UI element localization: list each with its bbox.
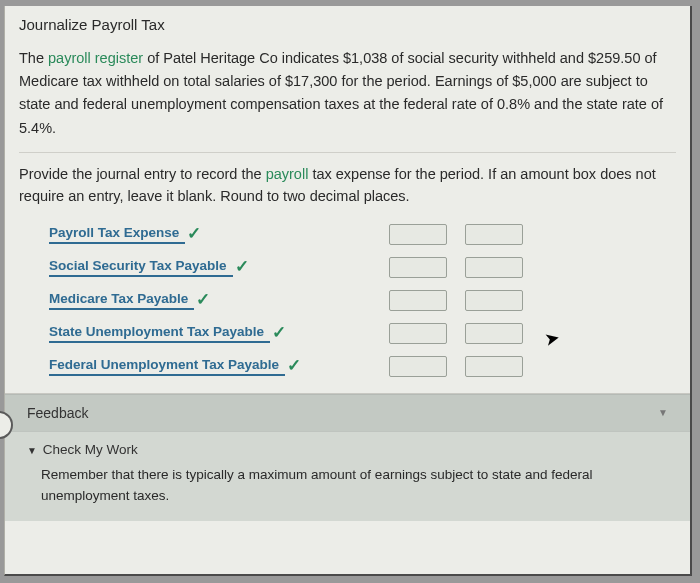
check-icon: ✓ bbox=[196, 291, 210, 308]
account-dropdown[interactable]: Federal Unemployment Tax Payable bbox=[49, 357, 285, 376]
feedback-bar[interactable]: Feedback ▼ bbox=[5, 394, 690, 431]
check-my-work-toggle[interactable]: ▼ Check My Work bbox=[27, 442, 668, 457]
worksheet-page: Journalize Payroll Tax The payroll regis… bbox=[4, 6, 692, 576]
check-icon: ✓ bbox=[235, 258, 249, 275]
credit-input[interactable] bbox=[465, 356, 523, 377]
check-icon: ✓ bbox=[272, 324, 286, 341]
page-title: Journalize Payroll Tax bbox=[19, 16, 676, 33]
journal-entries: Payroll Tax Expense ✓ Social Security Ta… bbox=[19, 218, 676, 383]
entry-row: Medicare Tax Payable ✓ bbox=[49, 284, 676, 317]
feedback-label: Feedback bbox=[27, 405, 88, 421]
payroll-register-link[interactable]: payroll register bbox=[48, 50, 143, 66]
entry-row: Payroll Tax Expense ✓ bbox=[49, 218, 676, 251]
account-dropdown[interactable]: Social Security Tax Payable bbox=[49, 258, 233, 277]
problem-text-a: The bbox=[19, 50, 48, 66]
instructions: Provide the journal entry to record the … bbox=[19, 152, 676, 208]
chevron-down-icon: ▼ bbox=[658, 407, 668, 418]
hint-text: Remember that there is typically a maxim… bbox=[27, 465, 668, 507]
credit-input[interactable] bbox=[465, 323, 523, 344]
debit-input[interactable] bbox=[389, 356, 447, 377]
entry-row: Federal Unemployment Tax Payable ✓ bbox=[49, 350, 676, 383]
hint-panel: ▼ Check My Work Remember that there is t… bbox=[5, 431, 690, 521]
check-icon: ✓ bbox=[187, 225, 201, 242]
payroll-link[interactable]: payroll bbox=[266, 166, 309, 182]
credit-input[interactable] bbox=[465, 290, 523, 311]
instructions-a: Provide the journal entry to record the bbox=[19, 166, 266, 182]
account-dropdown[interactable]: State Unemployment Tax Payable bbox=[49, 324, 270, 343]
entry-row: Social Security Tax Payable ✓ bbox=[49, 251, 676, 284]
entry-row: State Unemployment Tax Payable ✓ bbox=[49, 317, 676, 350]
check-icon: ✓ bbox=[287, 357, 301, 374]
debit-input[interactable] bbox=[389, 323, 447, 344]
debit-input[interactable] bbox=[389, 224, 447, 245]
check-my-work-label: Check My Work bbox=[43, 442, 138, 457]
account-dropdown[interactable]: Payroll Tax Expense bbox=[49, 225, 185, 244]
debit-input[interactable] bbox=[389, 257, 447, 278]
triangle-down-icon: ▼ bbox=[27, 445, 37, 456]
credit-input[interactable] bbox=[465, 224, 523, 245]
account-dropdown[interactable]: Medicare Tax Payable bbox=[49, 291, 194, 310]
problem-statement: The payroll register of Patel Heritage C… bbox=[19, 47, 676, 140]
debit-input[interactable] bbox=[389, 290, 447, 311]
credit-input[interactable] bbox=[465, 257, 523, 278]
